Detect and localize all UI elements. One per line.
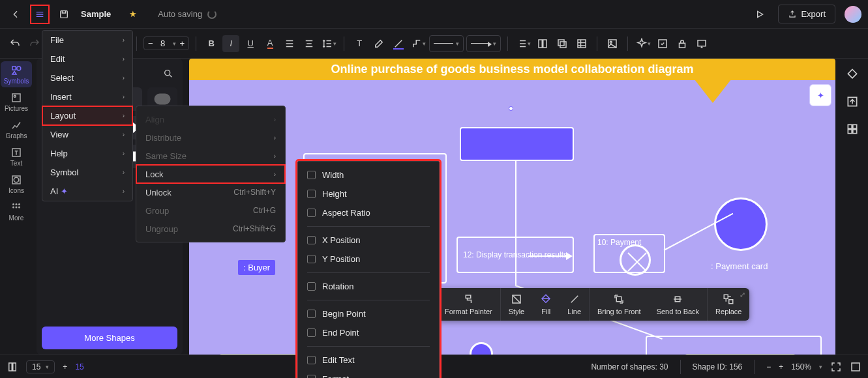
undo-button[interactable] xyxy=(7,35,23,52)
submenu-ungroup[interactable]: UngroupCtrl+Shift+G xyxy=(136,220,285,238)
user-avatar[interactable] xyxy=(845,6,861,23)
submenu-distribute[interactable]: Distribute› xyxy=(136,128,285,147)
line-button[interactable]: Line xyxy=(560,288,589,321)
underline-button[interactable]: U xyxy=(242,35,259,52)
page-selector[interactable]: 15▾ xyxy=(26,360,55,373)
submenu-unlock[interactable]: UnlockCtrl+Shift+Y xyxy=(136,183,285,201)
menu-symbol[interactable]: Symbol› xyxy=(42,163,132,182)
bring-front-button[interactable]: Bring to Front xyxy=(590,288,649,321)
list-button[interactable]: ▾ xyxy=(515,35,531,52)
redo-button[interactable] xyxy=(26,35,43,52)
edit-button[interactable] xyxy=(654,35,671,52)
fit-screen-icon[interactable] xyxy=(830,361,842,373)
shape-small-circle[interactable] xyxy=(470,342,493,355)
italic-button[interactable]: I xyxy=(222,35,239,52)
lock-width[interactable]: Width xyxy=(298,166,439,184)
style-button[interactable]: Style xyxy=(501,288,532,321)
effects-button[interactable]: ▾ xyxy=(635,35,651,52)
menu-help[interactable]: Help› xyxy=(42,144,132,163)
layout-button[interactable] xyxy=(534,35,551,52)
more-shapes-button[interactable]: More Shapes xyxy=(42,327,177,349)
lock-edittext[interactable]: Edit Text xyxy=(298,351,439,370)
copy-button[interactable] xyxy=(554,35,571,52)
menu-file[interactable]: File› xyxy=(42,31,132,50)
fullscreen-icon[interactable] xyxy=(850,361,861,373)
ai-sparkle-button[interactable]: ✦ xyxy=(809,84,831,106)
rail-pictures[interactable]: Pictures xyxy=(1,89,32,115)
rail-more[interactable]: More xyxy=(1,198,32,224)
submenu-align[interactable]: Align› xyxy=(136,110,285,128)
shape-circle-paymentcard[interactable] xyxy=(714,197,768,251)
shape-collab2-outer[interactable] xyxy=(646,336,822,355)
presentation-button[interactable] xyxy=(693,35,710,52)
align-button[interactable] xyxy=(281,35,298,52)
lock-y[interactable]: Y Position xyxy=(298,250,439,269)
menu-layout[interactable]: Layout› xyxy=(42,106,132,125)
line-style-picker[interactable]: ▾ xyxy=(429,35,464,52)
menu-select[interactable]: Select› xyxy=(42,68,132,87)
label-buyer[interactable]: : Buyer xyxy=(238,260,275,275)
highlight-button[interactable] xyxy=(370,35,387,52)
rail-symbols[interactable]: Symbols xyxy=(1,61,32,87)
shape-circle-cross[interactable] xyxy=(620,244,651,276)
rail-graphs[interactable]: Graphs xyxy=(1,116,32,142)
document-title[interactable]: Sample xyxy=(81,9,111,19)
line-spacing-button[interactable]: ▾ xyxy=(320,35,337,52)
menu-insert[interactable]: Insert› xyxy=(42,87,132,106)
arrow-style-picker[interactable]: ▾ xyxy=(466,35,501,52)
favorite-star-icon[interactable]: ★ xyxy=(129,9,137,19)
submenu-lock[interactable]: Lock› xyxy=(136,165,285,183)
lock-end[interactable]: End Point xyxy=(298,323,439,342)
search-icon[interactable] xyxy=(163,68,173,79)
menu-view[interactable]: View› xyxy=(42,125,132,144)
canvas-area[interactable]: Online purchase of goods business model … xyxy=(189,59,835,355)
zoom-in-button[interactable]: + xyxy=(779,362,783,371)
svg-point-19 xyxy=(16,203,18,205)
bold-button[interactable]: B xyxy=(203,35,220,52)
format-painter-button[interactable]: Format Painter xyxy=(437,288,500,321)
export-label: Export xyxy=(801,9,826,19)
lock-format[interactable]: Format xyxy=(298,370,439,378)
align-h-button[interactable] xyxy=(301,35,318,52)
table-button[interactable] xyxy=(573,35,590,52)
lock-begin[interactable]: Begin Point xyxy=(298,304,439,323)
zoom-out-button[interactable]: − xyxy=(766,362,771,371)
rail-icons[interactable]: Icons xyxy=(1,171,32,197)
minus-icon[interactable]: − xyxy=(148,38,153,48)
close-icon[interactable]: ⤢ xyxy=(740,291,745,299)
line-color-button[interactable] xyxy=(390,35,407,52)
grid-icon[interactable] xyxy=(843,120,861,138)
shape-selected[interactable] xyxy=(460,127,574,161)
rail-text[interactable]: Text xyxy=(1,143,32,169)
back-button[interactable] xyxy=(7,5,25,23)
font-size-stepper[interactable]: −8▾+ xyxy=(143,36,189,50)
selection-handle[interactable] xyxy=(509,106,513,111)
lock-icon[interactable] xyxy=(674,35,691,52)
save-icon[interactable] xyxy=(55,5,73,23)
main-menu-button[interactable] xyxy=(30,5,50,24)
svg-point-24 xyxy=(165,70,170,76)
text-tool-button[interactable]: T xyxy=(351,35,368,52)
menu-edit[interactable]: Edit› xyxy=(42,50,132,68)
submenu-samesize[interactable]: Same Size› xyxy=(136,147,285,165)
font-color-button[interactable]: A xyxy=(262,35,278,52)
submenu-group[interactable]: GroupCtrl+G xyxy=(136,201,285,220)
lock-x[interactable]: X Position xyxy=(298,231,439,250)
fill-button[interactable]: Fill xyxy=(532,288,560,321)
connector-1[interactable] xyxy=(515,161,516,285)
add-page-button[interactable]: + xyxy=(63,362,67,371)
play-button[interactable] xyxy=(751,5,769,23)
shape-id: Shape ID: 156 xyxy=(693,362,743,371)
connector-button[interactable]: ▾ xyxy=(410,35,427,52)
lock-rotation[interactable]: Rotation xyxy=(298,277,439,296)
pages-icon[interactable] xyxy=(7,361,18,373)
send-back-button[interactable]: Send to Back xyxy=(649,288,707,321)
export-side-icon[interactable] xyxy=(843,93,861,111)
menu-ai[interactable]: AI✦› xyxy=(42,182,132,201)
export-button[interactable]: Export xyxy=(778,5,835,23)
image-button[interactable] xyxy=(604,35,621,52)
plus-icon[interactable]: + xyxy=(180,38,185,48)
lock-height[interactable]: Height xyxy=(298,184,439,203)
fill-tool-icon[interactable] xyxy=(843,65,861,83)
lock-aspect[interactable]: Aspect Ratio xyxy=(298,203,439,222)
